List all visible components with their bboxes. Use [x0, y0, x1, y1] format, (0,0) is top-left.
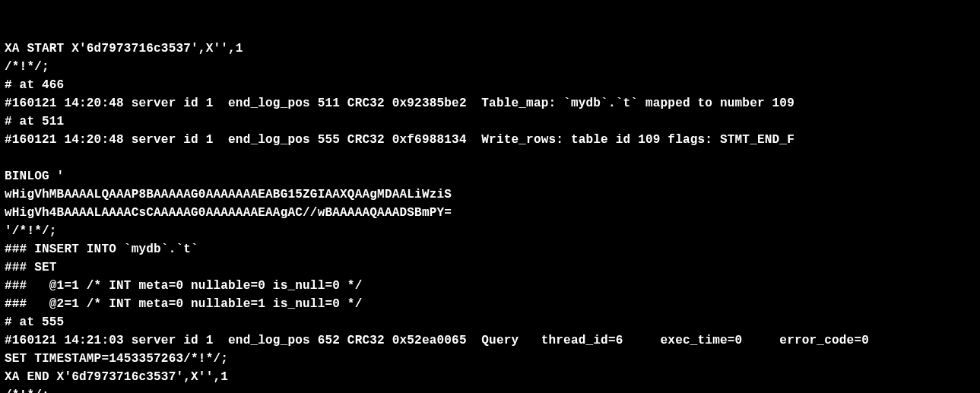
terminal-line: XA START X'6d7973716c3537',X'',1 [5, 40, 975, 58]
terminal-line: #160121 14:21:03 server id 1 end_log_pos… [5, 331, 975, 350]
terminal-line: ### @2=1 /* INT meta=0 nullable=1 is_nul… [5, 295, 975, 313]
terminal-line: SET TIMESTAMP=1453357263/*!*/; [5, 350, 975, 368]
terminal-line: /*!*/; [5, 58, 975, 76]
terminal-line: '/*!*/; [5, 222, 975, 240]
terminal-line: #160121 14:20:48 server id 1 end_log_pos… [5, 131, 975, 149]
terminal-line: # at 511 [5, 113, 975, 131]
terminal-line: XA END X'6d7973716c3537',X'',1 [5, 368, 975, 386]
terminal-line: wHigVh4BAAAALAAAACsCAAAAAG0AAAAAAAEAAgAC… [5, 204, 975, 222]
terminal-line: ### INSERT INTO `mydb`.`t` [5, 240, 975, 258]
terminal-line: wHigVhMBAAAALQAAAP8BAAAAAG0AAAAAAAEABG15… [5, 185, 975, 204]
terminal-output: XA START X'6d7973716c3537',X'',1/*!*/;# … [5, 40, 975, 393]
terminal-line: ### SET [5, 258, 975, 277]
terminal-line: #160121 14:20:48 server id 1 end_log_pos… [5, 94, 975, 113]
terminal-line: # at 466 [5, 76, 975, 94]
terminal-line: ### @1=1 /* INT meta=0 nullable=0 is_nul… [5, 277, 975, 295]
terminal-line: # at 555 [5, 313, 975, 331]
terminal-line: /*!*/; [5, 386, 975, 393]
terminal-line [5, 149, 975, 167]
terminal-line: BINLOG ' [5, 167, 975, 185]
